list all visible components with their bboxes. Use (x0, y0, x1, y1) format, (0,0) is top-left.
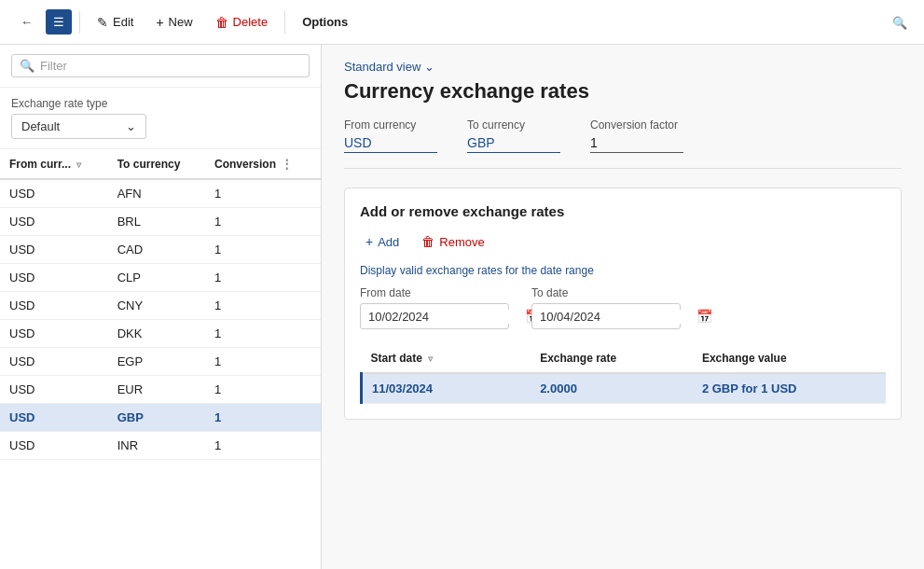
from-currency-value[interactable]: USD (344, 135, 437, 153)
to-date-label: To date (531, 286, 681, 299)
start-date-filter-icon[interactable]: ▿ (428, 354, 433, 364)
exchange-rates-section: Add or remove exchange rates + Add 🗑 Rem… (344, 187, 902, 420)
to-date-input[interactable] (540, 310, 696, 324)
cell-conversion: 1 (205, 208, 321, 236)
to-currency-value[interactable]: GBP (467, 135, 560, 153)
table-row[interactable]: USD GBP 1 (0, 404, 321, 432)
filter-box: 🔍 (0, 45, 321, 88)
hamburger-icon: ☰ (53, 15, 64, 29)
cell-exchange-value: 2 GBP for 1 USD (693, 373, 886, 404)
cell-from: USD (0, 236, 108, 264)
action-row: + Add 🗑 Remove (360, 230, 886, 253)
cell-exchange-rate: 2.0000 (531, 373, 693, 404)
page-title: Currency exchange rates (344, 79, 902, 104)
table-row[interactable]: USD EGP 1 (0, 348, 321, 376)
cell-to: AFN (108, 179, 205, 208)
exchange-type-label: Exchange rate type (11, 97, 310, 110)
cell-to: CAD (108, 236, 205, 264)
cell-start-date: 11/03/2024 (362, 373, 500, 404)
cell-to: EGP (108, 348, 205, 376)
col-empty (499, 344, 531, 373)
cell-conversion: 1 (205, 376, 321, 404)
cell-to: CNY (108, 292, 205, 320)
date-row: From date 📅 To date 📅 (360, 286, 886, 329)
table-row[interactable]: USD INR 1 (0, 432, 321, 460)
col-conversion-menu-icon[interactable]: ⋮ (281, 157, 293, 171)
table-row[interactable]: USD CAD 1 (0, 236, 321, 264)
cell-from: USD (0, 292, 108, 320)
cell-to: DKK (108, 320, 205, 348)
hamburger-button[interactable]: ☰ (46, 9, 72, 35)
to-currency-field: To currency GBP (467, 118, 560, 153)
edit-button[interactable]: ✎ Edit (88, 9, 143, 35)
table-row[interactable]: USD EUR 1 (0, 376, 321, 404)
date-range-info: Display valid exchange rates for the dat… (360, 264, 886, 277)
col-from-currency: From curr... ▿ (0, 149, 108, 179)
col-conversion: Conversion ⋮ (205, 149, 321, 179)
conversion-factor-label: Conversion factor (590, 118, 683, 132)
from-date-input-wrap: 📅 (360, 303, 509, 329)
search-button[interactable]: 🔍 (887, 8, 913, 36)
back-button[interactable]: ← (11, 9, 42, 35)
cell-from: USD (0, 376, 108, 404)
from-currency-label: From currency (344, 118, 437, 132)
col-exchange-rate: Exchange rate (531, 344, 693, 373)
currency-list-table: From curr... ▿ To currency Conversion ⋮ … (0, 149, 321, 460)
table-row[interactable]: USD DKK 1 (0, 320, 321, 348)
separator-2 (284, 11, 285, 34)
cell-conversion: 1 (205, 404, 321, 432)
to-date-calendar-icon[interactable]: 📅 (696, 309, 712, 324)
delete-button[interactable]: 🗑 Delete (206, 9, 278, 35)
table-row[interactable]: USD AFN 1 (0, 179, 321, 208)
separator-1 (79, 11, 80, 34)
filter-input[interactable] (40, 59, 301, 73)
add-button[interactable]: + Add (360, 230, 405, 253)
cell-from: USD (0, 179, 108, 208)
add-label: Add (378, 235, 399, 249)
filter-search-icon: 🔍 (20, 59, 34, 73)
right-panel: Standard view ⌄ Currency exchange rates … (322, 45, 924, 569)
from-date-label: From date (360, 286, 509, 299)
remove-icon: 🗑 (421, 234, 434, 249)
filter-input-wrap: 🔍 (11, 54, 310, 77)
delete-icon: 🗑 (215, 15, 228, 30)
exchange-type-select[interactable]: Default ⌄ (11, 114, 146, 139)
exchange-type-value: Default (21, 119, 60, 133)
from-currency-filter-icon[interactable]: ▿ (76, 160, 81, 170)
sub-section-title: Add or remove exchange rates (360, 203, 886, 219)
standard-view[interactable]: Standard view ⌄ (344, 60, 902, 74)
table-row[interactable]: USD BRL 1 (0, 208, 321, 236)
cell-conversion: 1 (205, 236, 321, 264)
currency-list-table-container: From curr... ▿ To currency Conversion ⋮ … (0, 149, 321, 569)
conversion-factor-field: Conversion factor 1 (590, 118, 683, 153)
cell-from: USD (0, 348, 108, 376)
to-currency-label: To currency (467, 118, 560, 132)
conversion-factor-value[interactable]: 1 (590, 135, 683, 153)
cell-conversion: 1 (205, 432, 321, 460)
table-header-row: From curr... ▿ To currency Conversion ⋮ (0, 149, 321, 179)
toolbar: ← ☰ ✎ Edit + New 🗑 Delete Options 🔍 (0, 0, 924, 45)
chevron-down-icon: ⌄ (126, 119, 136, 133)
new-button[interactable]: + New (146, 9, 201, 35)
remove-label: Remove (439, 235, 484, 249)
cell-to: BRL (108, 208, 205, 236)
col-start-date: Start date ▿ (362, 344, 500, 373)
col-to-currency: To currency (108, 149, 205, 179)
cell-to: EUR (108, 376, 205, 404)
cell-conversion: 1 (205, 320, 321, 348)
add-icon: + (365, 234, 373, 249)
to-date-group: To date 📅 (531, 286, 681, 329)
from-currency-field: From currency USD (344, 118, 437, 153)
fields-row: From currency USD To currency GBP Conver… (344, 118, 902, 169)
options-button[interactable]: Options (293, 9, 357, 35)
table-row[interactable]: USD CNY 1 (0, 292, 321, 320)
edit-label: Edit (113, 15, 133, 29)
to-date-input-wrap: 📅 (531, 303, 681, 329)
rates-table-row[interactable]: 11/03/2024 2.0000 2 GBP for 1 USD (362, 373, 887, 404)
remove-button[interactable]: 🗑 Remove (416, 230, 490, 253)
col-exchange-value: Exchange value (693, 344, 886, 373)
from-date-input[interactable] (368, 310, 525, 324)
table-row[interactable]: USD CLP 1 (0, 264, 321, 292)
new-label: New (169, 15, 193, 29)
cell-conversion: 1 (205, 264, 321, 292)
